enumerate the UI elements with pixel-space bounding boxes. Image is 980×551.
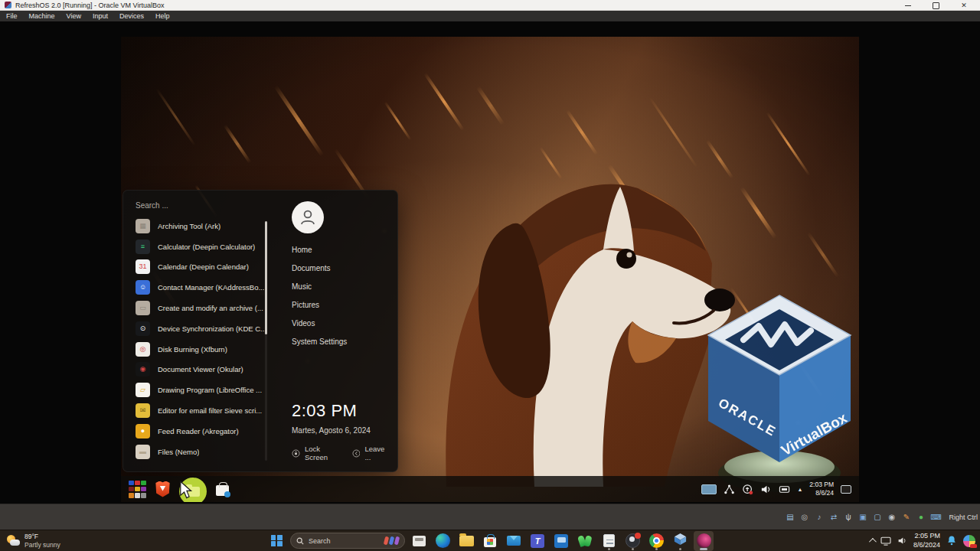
vm-system-tray: ▲ 2:03 PM 8/6/24 xyxy=(701,481,851,497)
network-status-icon[interactable] xyxy=(828,512,838,522)
window-controls: ✕ xyxy=(903,2,975,9)
audio-status-icon[interactable] xyxy=(814,512,824,522)
weather-temp: 89°F xyxy=(24,533,60,540)
lock-screen-button[interactable]: Lock Screen xyxy=(292,445,339,461)
features-status-icon[interactable] xyxy=(901,512,911,522)
app-item-okular[interactable]: ◉Document Viewer (Okular) xyxy=(123,360,276,380)
place-videos[interactable]: Videos xyxy=(292,319,388,328)
files-glyph: ▬ xyxy=(139,448,146,455)
sieve-editor-glyph: ✉ xyxy=(140,407,146,414)
place-music[interactable]: Music xyxy=(292,282,388,291)
app-item-archive[interactable]: ▭Create and modify an archive (... xyxy=(123,298,276,318)
app-item-lo-draw[interactable]: ▱Drawing Program (LibreOffice ... xyxy=(123,380,276,400)
menu-view[interactable]: View xyxy=(67,12,81,20)
tray-overflow-chevron-icon[interactable] xyxy=(869,538,877,546)
close-button[interactable]: ✕ xyxy=(959,2,969,9)
volume-icon[interactable] xyxy=(897,536,907,546)
start-menu-search-input[interactable]: Search ... xyxy=(136,201,276,210)
calendar-glyph: 31 xyxy=(139,263,146,270)
virtualbox-statusbar: Right Ctrl xyxy=(0,504,980,530)
notification-bell-icon[interactable] xyxy=(946,535,957,546)
screen-recorder-icon[interactable] xyxy=(963,535,975,547)
menu-help[interactable]: Help xyxy=(155,12,170,20)
brave-browser-icon[interactable] xyxy=(155,481,170,497)
vm-clock[interactable]: 2:03 PM 8/6/24 xyxy=(809,481,834,497)
edge-icon[interactable] xyxy=(433,531,452,551)
spark-streak xyxy=(274,85,325,157)
ark-icon: ▦ xyxy=(136,219,150,233)
app-label: Create and modify an archive (... xyxy=(158,304,263,312)
keyboard-status-icon[interactable] xyxy=(930,512,940,522)
obs-icon[interactable] xyxy=(622,531,642,551)
app-item-ark[interactable]: ▦Archiving Tool (Ark) xyxy=(123,216,276,236)
refreshos-vm-icon[interactable] xyxy=(694,531,714,551)
leave-button[interactable]: Leave ... xyxy=(352,445,389,461)
store-icon[interactable] xyxy=(480,531,500,551)
weather-widget[interactable]: 89°F Partly sunny xyxy=(6,530,60,551)
app-item-kde-connect[interactable]: ⊙Device Synchronization (KDE C... xyxy=(123,318,276,339)
display-status-icon[interactable] xyxy=(872,512,882,522)
green-app-icon[interactable] xyxy=(575,531,595,551)
app-item-contacts[interactable]: ☺Contact Manager (KAddressBo... xyxy=(123,277,276,298)
app-label: Device Synchronization (KDE C... xyxy=(158,324,266,333)
optical-drives-status-icon[interactable] xyxy=(799,512,809,522)
menu-devices[interactable]: Devices xyxy=(119,12,144,20)
spark-streak xyxy=(766,112,810,177)
panel-tray-icon[interactable] xyxy=(779,484,790,495)
virtualbox-app-icon xyxy=(5,2,11,8)
app-store-icon[interactable] xyxy=(216,485,229,496)
app-item-akregator[interactable]: ●Feed Reader (Akregator) xyxy=(123,421,276,442)
app-item-calculator[interactable]: ≡Calculator (Deepin Calculator) xyxy=(123,236,276,257)
archive-glyph: ▭ xyxy=(139,305,146,311)
place-pictures[interactable]: Pictures xyxy=(292,301,388,309)
scrollbar-handle[interactable] xyxy=(265,221,267,334)
place-home[interactable]: Home xyxy=(292,246,388,254)
shared-folders-status-icon[interactable] xyxy=(858,512,867,522)
maximize-button[interactable] xyxy=(931,2,942,9)
running-indicator xyxy=(608,548,610,550)
menu-input[interactable]: Input xyxy=(93,12,108,20)
start-button[interactable] xyxy=(266,531,286,551)
hard-disks-status-icon[interactable] xyxy=(785,512,795,522)
mail-icon[interactable] xyxy=(504,531,524,551)
chrome-icon[interactable] xyxy=(646,531,666,551)
menu-machine[interactable]: Machine xyxy=(29,12,55,20)
menu-file[interactable]: File xyxy=(6,12,18,20)
app-item-sieve-editor[interactable]: ✉Editor for email filter Sieve scri... xyxy=(123,400,276,421)
start-menu-scrollbar[interactable] xyxy=(265,221,267,461)
user-avatar[interactable] xyxy=(292,201,324,233)
task-view-icon[interactable] xyxy=(409,531,429,551)
usb-status-icon[interactable] xyxy=(843,512,853,522)
taskbar-search[interactable]: Search xyxy=(290,533,405,549)
running-indicator xyxy=(655,548,658,550)
app-item-files[interactable]: ▬Files (Nemo) xyxy=(123,442,276,462)
network-tray-icon[interactable] xyxy=(724,484,735,495)
app-launcher-button[interactable] xyxy=(129,481,146,498)
virtualbox-menubar: FileMachineViewInputDevicesHelp xyxy=(0,11,980,21)
start-menu-clock: 2:03 PM xyxy=(292,401,388,421)
volume-tray-icon[interactable] xyxy=(760,484,772,495)
recording-status-icon[interactable] xyxy=(887,512,897,522)
place-documents[interactable]: Documents xyxy=(292,264,388,272)
remote-desktop-icon[interactable] xyxy=(551,531,571,551)
notepad-icon[interactable] xyxy=(599,531,619,551)
running-indicator xyxy=(679,548,681,550)
expand-tray-icon[interactable]: ▲ xyxy=(797,487,802,492)
touch-keyboard-icon[interactable] xyxy=(880,536,891,546)
app-item-calendar[interactable]: 31Calendar (Deepin Calendar) xyxy=(123,257,276,278)
file-explorer-icon[interactable] xyxy=(456,531,476,551)
person-icon xyxy=(298,207,318,227)
minimize-button[interactable] xyxy=(903,2,914,9)
teams-icon[interactable]: T xyxy=(528,531,547,551)
app-item-disk-burning[interactable]: ◎Disk Burning (Xfburn) xyxy=(123,339,276,360)
virtualbox-icon[interactable] xyxy=(670,531,690,551)
mouse-integration-status-icon[interactable] xyxy=(916,512,926,522)
updates-tray-icon[interactable] xyxy=(742,484,753,495)
place-system-settings[interactable]: System Settings xyxy=(292,337,388,346)
app-label: Document Viewer (Okular) xyxy=(158,365,243,373)
launcher-tile xyxy=(135,481,140,486)
show-desktop-button[interactable] xyxy=(841,485,851,494)
display-tray-icon[interactable] xyxy=(701,484,717,494)
system-clock[interactable]: 2:05 PM 8/6/2024 xyxy=(913,532,940,549)
calculator-icon: ≡ xyxy=(136,240,150,254)
